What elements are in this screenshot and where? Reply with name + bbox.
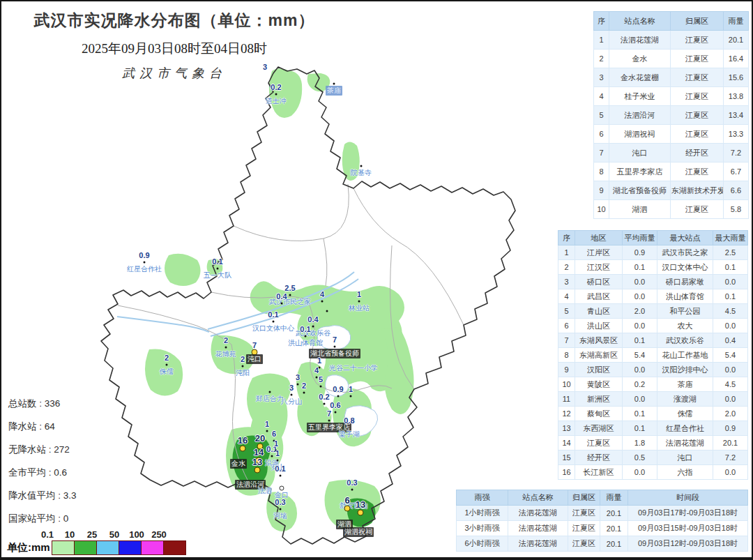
table-cell: 0.1 [713,260,748,275]
table-header-cell: 站点名称 [508,490,568,506]
table-header-row: 雨强站点名称归属区雨量时间段 [457,490,748,506]
table-cell: 5 [594,106,609,125]
stats-panel: 总站数 : 336降水站 : 64无降水站 : 272全市平均 : 0.6降水值… [8,398,77,536]
table-cell: 江夏区 [575,436,623,451]
legend-swatch [96,540,119,555]
table-cell: 东湖高新区 [575,348,623,363]
table-cell: 硚口区 [575,275,623,289]
table-cell: 农大 [657,319,713,333]
table-cell: 江夏区 [671,31,724,50]
table-cell: 湖北省预备役师 [609,181,671,200]
table-row: 11新洲区0.0涨渡湖0.0 [558,392,748,407]
table-cell: 8 [558,348,575,363]
table-cell: 湖泗祝祠 [609,125,671,144]
table-cell: 6 [558,319,575,333]
table-cell: 5.4 [623,348,657,363]
table-cell: 4.5 [713,377,748,392]
table-cell: 0.0 [623,363,657,377]
table-cell: 4 [594,87,609,106]
bulletin-image: 武汉市实况降水分布图（单位：mm） 2025年09月03日08时至04日08时 … [0,0,753,560]
table-cell: 6.7 [724,162,749,181]
legend-swatch [119,540,142,555]
table-cell: 3 [558,275,575,289]
table-cell: 14 [558,436,575,451]
table-cell: 13 [558,421,575,436]
table-cell: 金水 [609,50,671,68]
table-cell: 5 [558,304,575,319]
table-cell: 1 [594,31,609,50]
table-cell: 硚口易家墩 [657,275,713,289]
table-cell: 0.2 [623,377,657,392]
table-cell: 1小时雨强 [457,506,508,521]
table-header-cell: 雨量 [724,12,749,31]
table-row: 1江岸区0.9武汉市民之家2.5 [558,245,748,260]
table-cell: 江夏区 [671,125,724,144]
table-cell: 13.4 [724,106,749,125]
table-cell: 0.1 [713,289,748,304]
table-row: 5青山区2.0和平公园4.5 [558,304,748,319]
table-cell: 黄陂区 [575,377,623,392]
table-header-cell: 平均雨量 [623,231,657,245]
table-row: 10黄陂区0.2茶庙4.5 [558,377,748,392]
table-cell: 江岸区 [575,245,623,260]
table-cell: 沌口 [609,144,671,162]
table-cell: 0.5 [623,451,657,465]
table-row: 7沌口经开区7.2 [594,144,749,162]
table-cell: 0.0 [713,275,748,289]
table-cell: 16.4 [724,50,749,68]
table-cell: 6 [594,125,609,144]
table-cell: 15 [558,451,575,465]
table-cell: 12 [558,407,575,421]
table-row: 14江夏区1.8法泗花莲湖20.1 [558,436,748,451]
legend-swatch [141,540,164,555]
legend-threshold-labels: 0.1102550100250 [7,529,185,540]
table-cell: 0.0 [623,319,657,333]
stat-line: 全市平均 : 0.6 [8,467,77,479]
table-cell: 0.1 [623,407,657,421]
table-cell: 2 [594,50,609,68]
table-cell: 0.0 [713,319,748,333]
table-row: 2江汉区0.1汉口文体中心0.1 [558,260,748,275]
table-cell: 20.1 [713,436,748,451]
table-row: 8东湖高新区5.4花山工作基地5.4 [558,348,748,363]
table-cell: 沌口 [657,451,713,465]
table-header-cell: 地区 [575,231,623,245]
table-cell: 3 [594,68,609,87]
table-cell: 4.5 [713,304,748,319]
table-row: 1法泗花莲湖江夏区20.1 [594,31,749,50]
table-row: 12蔡甸区0.1侏儒2.0 [558,407,748,421]
table-cell: 法泗花莲湖 [508,506,568,521]
table-cell: 7.2 [724,144,749,162]
legend-threshold: 25 [87,529,97,540]
agency-name: 武汉市气象台 [21,65,328,82]
table-cell: 1.8 [623,436,657,451]
table-cell: 8 [594,162,609,181]
table-cell: 5.4 [713,348,748,363]
legend-swatch [52,540,75,555]
table-cell: 0.9 [713,421,748,436]
table-cell: 江夏区 [671,87,724,106]
table-header-cell: 雨强 [457,490,508,506]
table-cell: 汉口文体中心 [657,260,713,275]
table-header-cell: 归属区 [671,12,724,31]
table-row: 2金水江夏区16.4 [594,50,749,68]
table-header-cell: 归属区 [568,490,600,506]
table-cell: 经开区 [671,144,724,162]
table-cell: 法泗花莲湖 [657,436,713,451]
table-header-cell: 时间段 [628,490,748,506]
table-cell: 2.5 [713,245,748,260]
table-cell: 东湖新技术开发区 [671,181,724,200]
table-cell: 2.0 [623,304,657,319]
legend-threshold: 250 [151,529,167,540]
table-cell: 0.0 [713,465,748,480]
table-cell: 长江新区 [575,465,623,480]
table-cell: 桂子米业 [609,87,671,106]
table-cell: 法泗花莲湖 [609,31,671,50]
table-cell: 洪山区 [575,319,623,333]
table-row: 6湖泗祝祠江夏区13.3 [594,125,749,144]
district-summary-table: 序地区平均雨量最大站点最大雨量1江岸区0.9武汉市民之家2.52江汉区0.1汉口… [558,230,748,480]
table-header-cell: 序 [594,12,609,31]
table-cell: 汉阳区 [575,363,623,377]
table-cell: 09月03日17时-09月03日18时 [628,506,748,521]
stat-line: 无降水站 : 272 [8,444,77,456]
